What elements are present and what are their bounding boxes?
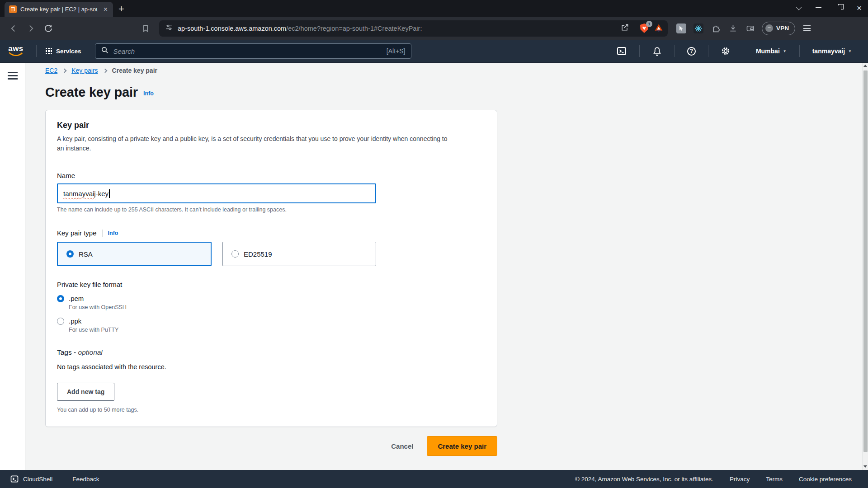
card-title: Key pair [57, 121, 486, 130]
page-scrollbar[interactable] [862, 62, 868, 470]
region-selector[interactable]: Mumbai ▼ [749, 47, 794, 55]
urlbar-divider [634, 24, 634, 33]
format-option-pem[interactable]: .pem For use with OpenSSH [57, 295, 486, 310]
format-option-ppk[interactable]: .ppk For use with PuTTY [57, 317, 486, 333]
brave-shield-icon[interactable]: 1 [639, 23, 650, 34]
extensions-puzzle-icon[interactable] [708, 21, 723, 36]
url-path: /ec2/home?region=ap-south-1#CreateKeyPai… [286, 25, 422, 32]
feedback-link[interactable]: Feedback [72, 476, 99, 483]
radio-selected-icon [66, 250, 74, 258]
wallet-icon[interactable] [743, 21, 757, 36]
key-type-option-rsa[interactable]: RSA [57, 242, 212, 266]
page-title: Create key pair [45, 85, 138, 100]
services-label: Services [56, 48, 81, 55]
key-pair-type-label: Key pair type [57, 229, 97, 237]
create-key-pair-button[interactable]: Create key pair [427, 436, 497, 456]
text-cursor [109, 189, 110, 198]
breadcrumb: EC2 Key pairs Create key pair [45, 67, 497, 74]
breadcrumb-link-ec2[interactable]: EC2 [45, 67, 57, 74]
cloudshell-nav-icon[interactable] [609, 46, 634, 56]
forward-icon[interactable] [24, 21, 38, 36]
scroll-up-icon[interactable] [863, 65, 867, 67]
downloads-icon[interactable] [726, 21, 740, 36]
settings-gear-icon[interactable] [714, 46, 737, 56]
browser-menu-icon[interactable] [800, 21, 814, 36]
cloudshell-button[interactable]: CloudShell [10, 474, 52, 483]
reload-icon[interactable] [41, 21, 55, 36]
aws-logo[interactable]: aws [8, 45, 24, 57]
new-tab-button[interactable]: + [118, 4, 124, 14]
vpn-label: VPN [776, 25, 789, 32]
close-window-icon[interactable]: × [857, 4, 862, 12]
window-controls: × [796, 0, 862, 15]
console-content: EC2 Key pairs Create key pair Create key… [0, 62, 868, 470]
shield-badge: 1 [646, 21, 652, 27]
search-shortcut: [Alt+S] [387, 47, 406, 55]
breadcrumb-chevron-icon [62, 68, 67, 73]
name-value-rest: -key [96, 190, 108, 197]
react-devtools-icon[interactable] [691, 21, 706, 36]
key-pair-type-info-link[interactable]: Info [108, 230, 118, 236]
label-divider [102, 230, 103, 237]
ppk-helper-text: For use with PuTTY [69, 327, 486, 333]
services-menu[interactable]: Services [42, 48, 85, 55]
page-info-link[interactable]: Info [143, 90, 154, 97]
side-nav-toggle-icon[interactable] [8, 72, 18, 80]
tags-optional-label: optional [78, 348, 103, 356]
caret-down-icon: ▼ [783, 49, 787, 53]
key-type-option-ed25519[interactable]: ED25519 [222, 242, 376, 266]
browser-tab[interactable]: Create key pair | EC2 | ap-south-1 × [5, 2, 113, 17]
back-icon[interactable] [6, 21, 21, 36]
terms-link[interactable]: Terms [766, 476, 783, 483]
search-placeholder: Search [113, 47, 382, 55]
minimize-window-icon[interactable] [816, 7, 821, 8]
key-pair-card: Key pair A key pair, consisting of a pri… [45, 110, 497, 427]
tab-search-chevron-icon[interactable] [796, 4, 802, 10]
bookmark-icon[interactable] [138, 21, 153, 36]
url-text[interactable]: ap-south-1.console.aws.amazon.com/ec2/ho… [178, 25, 616, 32]
radio-selected-icon [57, 295, 64, 302]
vpn-minus-icon: − [765, 24, 773, 32]
cookie-preferences-link[interactable]: Cookie preferences [799, 476, 852, 483]
name-field-label: Name [57, 172, 486, 179]
name-helper-text: The name can include up to 255 ASCII cha… [57, 206, 486, 213]
scrollbar-thumb[interactable] [863, 70, 868, 452]
browser-tab-bar: Create key pair | EC2 | ap-south-1 × + × [0, 0, 868, 17]
aws-top-nav: aws Services Search [Alt+S] ? [0, 40, 868, 62]
breadcrumb-link-key-pairs[interactable]: Key pairs [71, 67, 98, 74]
restore-window-icon[interactable] [837, 5, 841, 10]
address-bar[interactable]: ap-south-1.console.aws.amazon.com/ec2/ho… [159, 20, 668, 37]
account-menu[interactable]: tanmayvaij ▼ [805, 47, 859, 55]
console-search-input[interactable]: Search [Alt+S] [95, 43, 411, 59]
screenshot-extension-icon[interactable] [674, 21, 689, 36]
main-panel: EC2 Key pairs Create key pair Create key… [25, 62, 868, 470]
console-footer: CloudShell Feedback © 2024, Amazon Web S… [0, 470, 868, 488]
add-new-tag-button[interactable]: Add new tag [57, 383, 114, 401]
close-tab-icon[interactable]: × [102, 5, 109, 14]
tags-helper-text: You can add up to 50 more tags. [57, 407, 486, 413]
breadcrumb-chevron-icon [103, 68, 107, 73]
cloudshell-label: CloudShell [23, 476, 52, 483]
tab-title: Create key pair | EC2 | ap-south-1 [20, 6, 98, 13]
scroll-down-icon[interactable] [863, 465, 867, 468]
site-settings-icon[interactable] [165, 23, 173, 33]
services-grid-icon [46, 48, 52, 54]
region-label: Mumbai [756, 47, 780, 55]
key-pair-name-input[interactable]: tanmayvaij-key [57, 183, 376, 203]
privacy-link[interactable]: Privacy [730, 476, 750, 483]
share-icon[interactable] [620, 23, 629, 34]
nav-divider [36, 45, 37, 57]
notifications-bell-icon[interactable] [645, 46, 669, 56]
help-icon[interactable]: ? [680, 47, 703, 56]
copyright-text: © 2024, Amazon Web Services, Inc. or its… [575, 476, 713, 483]
side-nav-collapsed [0, 62, 25, 470]
account-label: tanmayvaij [812, 47, 845, 55]
card-description: A key pair, consisting of a private key … [57, 134, 455, 153]
search-icon [101, 46, 109, 56]
cancel-button[interactable]: Cancel [391, 442, 413, 450]
vpn-button[interactable]: − VPN [762, 22, 795, 35]
name-value-misspelled: tanmayvaij [63, 190, 96, 197]
brave-rewards-icon[interactable] [654, 23, 663, 34]
browser-window: Create key pair | EC2 | ap-south-1 × + × [0, 0, 868, 488]
radio-unselected-icon [231, 250, 239, 258]
